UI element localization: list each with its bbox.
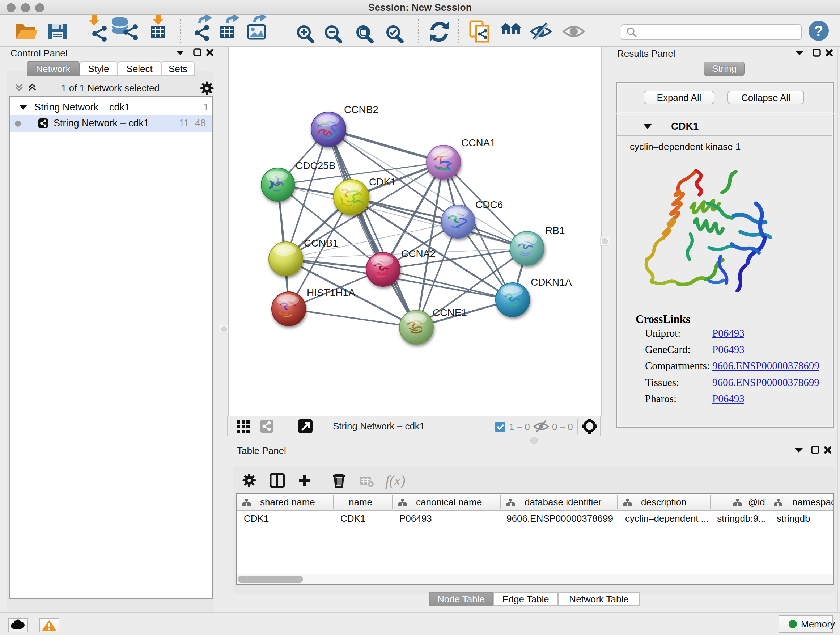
- svg-text:@id: @id: [748, 497, 765, 508]
- svg-text:CCNA2: CCNA2: [401, 248, 436, 259]
- svg-text:CDC25B: CDC25B: [295, 160, 335, 171]
- svg-text:CCNE1: CCNE1: [433, 307, 467, 318]
- svg-text:f(x): f(x): [385, 472, 406, 489]
- svg-text:CDC6: CDC6: [475, 199, 503, 211]
- svg-text:name: name: [349, 497, 372, 508]
- svg-text:HIST1H1A: HIST1H1A: [307, 287, 355, 298]
- svg-text:RB1: RB1: [545, 225, 565, 236]
- svg-text:canonical name: canonical name: [416, 497, 482, 508]
- svg-text:String Network – cdk1: String Network – cdk1: [333, 421, 425, 432]
- svg-text:?: ?: [814, 23, 823, 39]
- svg-text:CDKN1A: CDKN1A: [531, 277, 572, 288]
- svg-text:CCNB1: CCNB1: [304, 238, 338, 249]
- svg-text:CCNB2: CCNB2: [344, 104, 378, 115]
- svg-text:description: description: [641, 497, 687, 508]
- svg-text:database identifier: database identifier: [524, 497, 602, 508]
- svg-text:0 – 0: 0 – 0: [552, 421, 573, 432]
- svg-text:namespace: namespace: [792, 497, 834, 508]
- svg-text:1 – 0: 1 – 0: [509, 421, 530, 432]
- svg-text:CCNA1: CCNA1: [461, 137, 496, 149]
- svg-text:shared name: shared name: [260, 497, 315, 508]
- svg-text:CDK1: CDK1: [369, 176, 396, 187]
